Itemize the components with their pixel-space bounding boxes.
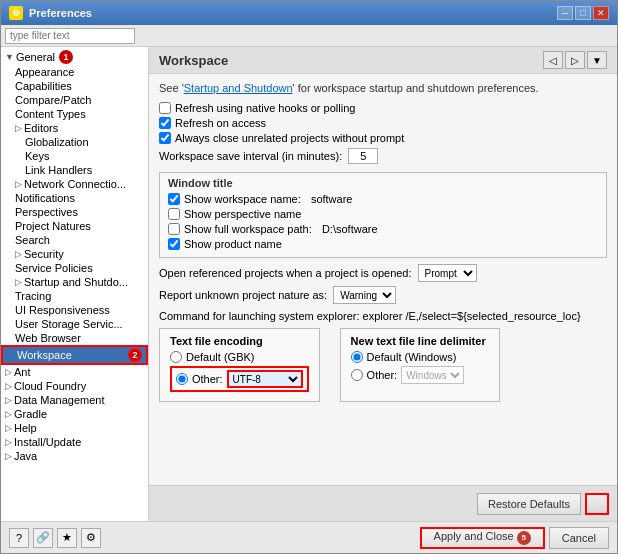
show-full-path-label: Show full workspace path:	[184, 223, 318, 235]
footer-right: Apply and Close 5 Cancel	[420, 527, 609, 549]
sidebar-item-web-browser[interactable]: Web Browser	[1, 331, 148, 345]
sidebar-item-ant[interactable]: ▷ Ant	[1, 365, 148, 379]
default-gbk-radio[interactable]	[170, 351, 182, 363]
expand-arrow: ▷	[15, 179, 22, 189]
sidebar-label: Gradle	[14, 408, 47, 420]
maximize-button[interactable]: □	[575, 6, 591, 20]
close-button[interactable]: ✕	[593, 6, 609, 20]
link-button[interactable]: 🔗	[33, 528, 53, 548]
sidebar-item-appearance[interactable]: Appearance	[1, 65, 148, 79]
expand-arrow: ▷	[5, 395, 12, 405]
sidebar-label: Service Policies	[15, 262, 93, 274]
toolbar	[1, 25, 617, 47]
apply-button[interactable]	[585, 493, 609, 515]
sidebar-item-general[interactable]: ▼ General 1	[1, 49, 148, 65]
bottom-bar: Restore Defaults	[149, 485, 617, 521]
sidebar-item-compare-patch[interactable]: Compare/Patch	[1, 93, 148, 107]
sidebar-item-keys[interactable]: Keys	[1, 149, 148, 163]
right-panel: Workspace ◁ ▷ ▼ See 'Startup and Shutdow…	[149, 47, 617, 521]
nav-menu-button[interactable]: ▼	[587, 51, 607, 69]
other-encoding-radio[interactable]	[176, 373, 188, 385]
startup-shutdown-link[interactable]: Startup and Shutdown	[184, 82, 293, 94]
sidebar-item-ui-responsiveness[interactable]: UI Responsiveness	[1, 303, 148, 317]
sidebar-item-gradle[interactable]: ▷ Gradle	[1, 407, 148, 421]
sidebar-item-search[interactable]: Search	[1, 233, 148, 247]
nav-forward-button[interactable]: ▷	[565, 51, 585, 69]
sidebar-item-network-connections[interactable]: ▷ Network Connectio...	[1, 177, 148, 191]
report-unknown-select[interactable]: Warning Error Ignore	[333, 286, 396, 304]
refresh-native-row: Refresh using native hooks or polling	[159, 102, 607, 114]
sidebar-item-startup-shutdown[interactable]: ▷ Startup and Shutdo...	[1, 275, 148, 289]
full-path-value: D:\software	[322, 223, 378, 235]
delimiter-select[interactable]: Windows Unix Mac	[401, 366, 464, 384]
panel-title: Workspace	[159, 53, 228, 68]
sidebar-item-perspectives[interactable]: Perspectives	[1, 205, 148, 219]
apply-close-button[interactable]: Apply and Close 5	[420, 527, 545, 549]
default-windows-radio[interactable]	[351, 351, 363, 363]
always-close-checkbox[interactable]	[159, 132, 171, 144]
sidebar-item-service-policies[interactable]: Service Policies	[1, 261, 148, 275]
sidebar-label: User Storage Servic...	[15, 318, 123, 330]
expand-arrow: ▼	[5, 52, 14, 62]
sidebar-item-globalization[interactable]: Globalization	[1, 135, 148, 149]
restore-defaults-button[interactable]: Restore Defaults	[477, 493, 581, 515]
refresh-native-label: Refresh using native hooks or polling	[175, 102, 355, 114]
cancel-button[interactable]: Cancel	[549, 527, 609, 549]
sidebar-item-capabilities[interactable]: Capabilities	[1, 79, 148, 93]
text-file-encoding-group: Text file encoding Default (GBK) Other: …	[159, 328, 320, 402]
sidebar-item-link-handlers[interactable]: Link Handlers	[1, 163, 148, 177]
sidebar-item-install-update[interactable]: ▷ Install/Update	[1, 435, 148, 449]
window-title-group-label: Window title	[168, 177, 598, 189]
sidebar-item-tracing[interactable]: Tracing	[1, 289, 148, 303]
command-label: Command for launching system explorer:	[159, 310, 360, 322]
bookmark-button[interactable]: ★	[57, 528, 77, 548]
settings-button[interactable]: ⚙	[81, 528, 101, 548]
other-delimiter-radio[interactable]	[351, 369, 363, 381]
report-unknown-row: Report unknown project nature as: Warnin…	[159, 286, 607, 304]
expand-arrow: ▷	[5, 423, 12, 433]
sidebar-label: Web Browser	[15, 332, 81, 344]
sidebar-item-user-storage[interactable]: User Storage Servic...	[1, 317, 148, 331]
nav-back-button[interactable]: ◁	[543, 51, 563, 69]
sidebar-label: Appearance	[15, 66, 74, 78]
help-button[interactable]: ?	[9, 528, 29, 548]
save-interval-input[interactable]	[348, 148, 378, 164]
sidebar-item-content-types[interactable]: Content Types	[1, 107, 148, 121]
sidebar-item-cloud-foundry[interactable]: ▷ Cloud Foundry	[1, 379, 148, 393]
window-controls: ─ □ ✕	[557, 6, 609, 20]
encoding-select[interactable]: UTF-8 UTF-16 ISO-8859-1	[227, 370, 303, 388]
sidebar-label: Install/Update	[14, 436, 81, 448]
show-perspective-name-checkbox[interactable]	[168, 208, 180, 220]
window-title-group: Window title Show workspace name: softwa…	[159, 172, 607, 258]
sidebar-item-security[interactable]: ▷ Security	[1, 247, 148, 261]
filter-input[interactable]	[5, 28, 135, 44]
panel-header: Workspace ◁ ▷ ▼	[149, 47, 617, 74]
sidebar-item-editors[interactable]: ▷ Editors	[1, 121, 148, 135]
show-workspace-name-row: Show workspace name: software	[168, 193, 598, 205]
sidebar-item-project-natures[interactable]: Project Natures	[1, 219, 148, 233]
sidebar-label: Ant	[14, 366, 31, 378]
show-product-name-checkbox[interactable]	[168, 238, 180, 250]
other-encoding-label: Other:	[192, 373, 223, 385]
badge-2: 2	[128, 348, 142, 362]
refresh-on-access-checkbox[interactable]	[159, 117, 171, 129]
show-full-path-checkbox[interactable]	[168, 223, 180, 235]
sidebar-label: Link Handlers	[25, 164, 92, 176]
sidebar-label: Capabilities	[15, 80, 72, 92]
sidebar-item-workspace[interactable]: Workspace 2	[1, 345, 148, 365]
other-delimiter-label: Other:	[367, 369, 398, 381]
report-unknown-label: Report unknown project nature as:	[159, 289, 327, 301]
sidebar-item-data-management[interactable]: ▷ Data Management	[1, 393, 148, 407]
minimize-button[interactable]: ─	[557, 6, 573, 20]
sidebar-item-notifications[interactable]: Notifications	[1, 191, 148, 205]
refresh-on-access-label: Refresh on access	[175, 117, 266, 129]
expand-arrow: ▷	[5, 409, 12, 419]
sidebar-item-help[interactable]: ▷ Help	[1, 421, 148, 435]
sidebar-label: Workspace	[17, 349, 72, 361]
open-referenced-select[interactable]: Prompt Always Never	[418, 264, 477, 282]
sidebar-item-java[interactable]: ▷ Java	[1, 449, 148, 463]
window-title: Preferences	[29, 7, 92, 19]
show-workspace-name-checkbox[interactable]	[168, 193, 180, 205]
workspace-name-value: software	[311, 193, 353, 205]
refresh-native-checkbox[interactable]	[159, 102, 171, 114]
